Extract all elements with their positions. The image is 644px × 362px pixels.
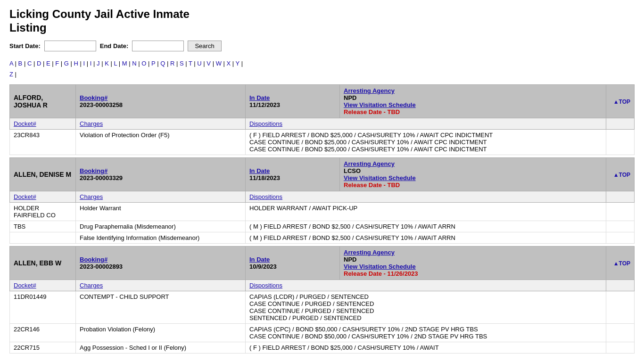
docket-value: TBS — [10, 221, 76, 232]
inmate-header-row: ALLEN, DENISE M Booking# 2023-00003329 I… — [10, 158, 635, 191]
alpha-link-g[interactable]: G — [64, 60, 69, 67]
top-cell: ▲TOP — [606, 247, 635, 280]
alpha-link-c[interactable]: C — [27, 60, 32, 67]
indate-value: 11/18/2023 — [249, 174, 280, 181]
alpha-link-p[interactable]: P — [151, 60, 155, 67]
docket-value: 23CR843 — [10, 130, 76, 155]
booking-number: 2023-00003329 — [80, 174, 123, 181]
alpha-link-o[interactable]: O — [141, 60, 146, 67]
indate-label: In Date — [249, 256, 270, 263]
agency-label: Arresting Agency — [344, 160, 395, 167]
dispositions-col-header: Dispositions — [246, 118, 606, 130]
alpha-link-x[interactable]: X — [227, 60, 231, 67]
indate-info: In Date 10/9/2023 — [246, 247, 340, 280]
booking-number: 2023-00003258 — [80, 101, 123, 108]
alpha-link-f[interactable]: F — [55, 60, 59, 67]
alpha-link-a[interactable]: A — [9, 60, 13, 67]
dispositions-value: ( M ) FIELD ARREST / BOND $2,500 / CASH/… — [246, 232, 606, 244]
alpha-link-r[interactable]: R — [170, 60, 174, 67]
inmate-table: ALFORD, JOSHUA R Booking# 2023-00003258 … — [9, 84, 635, 354]
alpha-link-k[interactable]: K — [105, 60, 109, 67]
charges-value: CONTEMPT - CHILD SUPPORT — [76, 291, 246, 324]
visit-schedule-link[interactable]: View Visitation Schedule — [344, 101, 416, 108]
release-date: Release Date - TBD — [344, 181, 400, 189]
top-cell: ▲TOP — [606, 85, 635, 118]
dispositions-col-header: Dispositions — [246, 280, 606, 291]
indate-label: In Date — [249, 94, 270, 101]
alpha-link-s[interactable]: S — [180, 60, 184, 67]
booking-label: Booking# — [80, 167, 107, 174]
search-bar: Start Date: End Date: Search — [9, 41, 635, 51]
alpha-link-u[interactable]: U — [197, 60, 201, 67]
alpha-link-b[interactable]: B — [18, 60, 23, 67]
search-button[interactable]: Search — [188, 41, 221, 51]
top-link[interactable]: ▲TOP — [613, 99, 630, 105]
dispositions-value: ( F ) FIELD ARREST / BOND $25,000 / CASH… — [246, 130, 606, 155]
alpha-navigation: A | B | C | D | E | F | G | H | I | I | … — [9, 58, 635, 80]
alpha-link-m[interactable]: M — [122, 60, 127, 67]
case-row: TBS Drug Paraphernalia (Misdemeanor) ( M… — [10, 221, 635, 232]
dispositions-value: HOLDER WARRANT / AWAIT PICK-UP — [246, 203, 606, 221]
booking-info: Booking# 2023-00002893 — [76, 247, 246, 280]
start-date-input[interactable] — [44, 41, 96, 51]
case-row: 23CR843 Violation of Protection Order (F… — [10, 130, 635, 155]
agency-value: LCSO — [344, 167, 361, 174]
top-link[interactable]: ▲TOP — [613, 172, 630, 178]
charges-col-header: Charges — [76, 280, 246, 291]
booking-label: Booking# — [80, 94, 107, 101]
top-cell: ▲TOP — [606, 158, 635, 191]
release-date: Release Date - 11/26/2023 — [344, 270, 418, 277]
subheader-row: Docket# Charges Dispositions — [10, 191, 635, 203]
charges-value: Violation of Protection Order (F5) — [76, 130, 246, 155]
docket-col-header: Docket# — [10, 280, 76, 291]
dispositions-value: CAPIAS (CPC) / BOND $50,000 / CASH/SURET… — [246, 324, 606, 342]
indate-label: In Date — [249, 167, 270, 174]
start-date-label: Start Date: — [9, 42, 41, 49]
end-date-input[interactable] — [132, 41, 184, 51]
page-title: Licking County Jail Active Inmate Listin… — [9, 8, 635, 35]
inmate-header-row: ALFORD, JOSHUA R Booking# 2023-00003258 … — [10, 85, 635, 118]
subheader-row: Docket# Charges Dispositions — [10, 118, 635, 130]
inmate-name: ALLEN, EBB W — [10, 247, 76, 280]
charges-value: False Identifying Information (Misdemean… — [76, 232, 246, 244]
case-row: 22CR146 Probation Violation (Felony) CAP… — [10, 324, 635, 342]
agency-info: Arresting Agency NPD View Visitation Sch… — [340, 85, 606, 118]
alpha-link-n[interactable]: N — [132, 60, 136, 67]
indate-value: 10/9/2023 — [249, 263, 277, 270]
docket-value: 22CR146 — [10, 324, 76, 342]
docket-value: HOLDER FAIRFIELD CO — [10, 203, 76, 221]
case-row: 22CR715 Agg Possession - Sched I or II (… — [10, 342, 635, 354]
release-date: Release Date - TBD — [344, 108, 400, 115]
top-link[interactable]: ▲TOP — [613, 260, 630, 267]
alpha-link-w[interactable]: W — [216, 60, 222, 67]
alpha-link-h[interactable]: H — [74, 60, 78, 67]
case-row: 11DR01449 CONTEMPT - CHILD SUPPORT CAPIA… — [10, 291, 635, 324]
charges-col-header: Charges — [76, 191, 246, 203]
alpha-link-v[interactable]: V — [206, 60, 211, 67]
alpha-link-d[interactable]: D — [37, 60, 41, 67]
visit-schedule-link[interactable]: View Visitation Schedule — [344, 174, 416, 181]
visit-schedule-link[interactable]: View Visitation Schedule — [344, 263, 416, 270]
docket-value — [10, 232, 76, 244]
charges-value: Drug Paraphernalia (Misdemeanor) — [76, 221, 246, 232]
alpha-link-z[interactable]: Z — [9, 71, 13, 78]
alpha-link-e[interactable]: E — [46, 60, 50, 67]
agency-label: Arresting Agency — [344, 249, 395, 256]
dispositions-value: ( M ) FIELD ARREST / BOND $2,500 / CASH/… — [246, 221, 606, 232]
inmate-header-row: ALLEN, EBB W Booking# 2023-00002893 In D… — [10, 247, 635, 280]
charges-value: Probation Violation (Felony) — [76, 324, 246, 342]
agency-info: Arresting Agency NPD View Visitation Sch… — [340, 247, 606, 280]
agency-value: NPD — [344, 94, 356, 101]
docket-value: 11DR01449 — [10, 291, 76, 324]
charges-value: Holder Warrant — [76, 203, 246, 221]
booking-number: 2023-00002893 — [80, 263, 123, 270]
alpha-link-t[interactable]: T — [189, 60, 192, 67]
dispositions-col-header: Dispositions — [246, 191, 606, 203]
end-date-label: End Date: — [100, 42, 129, 49]
charges-col-header: Charges — [76, 118, 246, 130]
subheader-row: Docket# Charges Dispositions — [10, 280, 635, 291]
alpha-link-q[interactable]: Q — [160, 60, 165, 67]
case-row: False Identifying Information (Misdemean… — [10, 232, 635, 244]
alpha-link-y[interactable]: Y — [236, 60, 239, 67]
indate-value: 11/12/2023 — [249, 101, 280, 108]
